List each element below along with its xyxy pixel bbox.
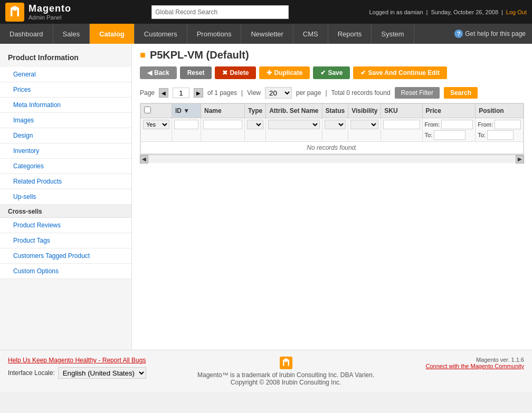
sidebar-item-related-products[interactable]: Related Products [0,174,131,189]
sidebar-item-customers-tagged-product[interactable]: Customers Tagged Product [0,248,131,264]
no-records-row: No records found. [141,142,524,154]
filter-attrib-set-select[interactable] [268,120,319,129]
save-button[interactable]: ✔ Save [313,66,350,79]
sidebar-item-design[interactable]: Design [0,128,131,143]
bug-report-link[interactable]: Help Us Keep Magento Healthy - Report Al… [8,357,146,364]
th-id[interactable]: ID ▼ [172,104,201,118]
th-name[interactable]: Name [201,104,245,118]
footer-magento-icon [280,357,292,369]
sidebar-item-up-sells[interactable]: Up-sells [0,189,131,205]
sidebar-item-images[interactable]: Images [0,113,131,128]
nav-item-customers[interactable]: Customers [135,24,187,44]
svg-rect-0 [5,3,24,22]
duplicate-button[interactable]: ✚ Duplicate [259,66,310,79]
help-icon: ? [454,30,463,38]
th-sku[interactable]: SKU [381,104,422,118]
save-continue-button[interactable]: ✔ Save And Continue Edit [353,66,447,79]
page-title: P5KPL-VM (Default) [150,49,249,61]
footer-center: Magento™ is a trademark of Irubin Consul… [197,357,374,386]
delete-icon: ✖ [222,69,227,76]
filter-id-input[interactable] [174,120,198,129]
filter-type-cell [245,118,266,142]
nav-item-promotions[interactable]: Promotions [187,24,242,44]
delete-label: Delete [230,69,249,76]
footer-version: Magento ver. 1.1.6 [426,357,524,363]
th-price[interactable]: Price [422,104,476,118]
filter-position-from-input[interactable] [495,120,521,129]
nav-item-system[interactable]: System [372,24,414,44]
help-label: Get help for this page [465,30,526,37]
locale-label: Interface Locale: [8,369,55,377]
nav-item-reports[interactable]: Reports [328,24,372,44]
filter-id-cell [172,118,201,142]
help-link[interactable]: ? Get help for this page [448,24,532,44]
filter-status-select[interactable] [325,120,346,129]
filter-price-from-input[interactable] [441,120,473,129]
header: Magento Admin Panel Logged in as damian … [0,0,532,24]
th-checkbox [141,104,172,118]
nav-item-dashboard[interactable]: Dashboard [0,24,53,44]
save-icon: ✔ [320,69,326,76]
sidebar-item-prices[interactable]: Prices [0,82,131,98]
th-status[interactable]: Status [322,104,348,118]
nav-item-newsletter[interactable]: Newsletter [241,24,293,44]
sidebar-item-meta-information[interactable]: Meta Information [0,98,131,113]
filter-attrib-set-cell [266,118,322,142]
prev-page-button[interactable]: ◀ [159,88,168,98]
magento-logo-icon [5,3,24,22]
community-link[interactable]: Connect with the Magento Community [426,363,524,369]
th-visibility[interactable]: Visibility [348,104,381,118]
toolbar: ◀ Back Reset ✖ Delete ✚ Duplicate ✔ Save… [140,66,524,79]
global-search-input[interactable] [151,5,289,19]
filter-name-cell [201,118,245,142]
sidebar-item-categories[interactable]: Categories [0,159,131,174]
nav-item-catalog[interactable]: Catalog [90,24,135,44]
no-records-message: No records found. [141,142,524,154]
filter-visibility-select[interactable] [350,120,378,129]
logo-text-area: Magento Admin Panel [28,3,71,21]
nav-item-sales[interactable]: Sales [53,24,90,44]
per-page-select[interactable]: 20 50 100 [265,87,292,99]
sidebar-item-general[interactable]: General [0,67,131,82]
page-number-input[interactable] [173,88,189,98]
reset-button[interactable]: Reset [180,66,212,79]
filter-sku-input[interactable] [383,120,420,129]
sidebar-item-inventory[interactable]: Inventory [0,143,131,159]
search-grid-button[interactable]: Search [444,87,478,99]
th-position[interactable]: Position [476,104,524,118]
back-button[interactable]: ◀ Back [140,66,177,79]
select-all-checkbox[interactable] [144,107,151,113]
back-icon: ◀ [147,69,152,76]
scroll-left-arrow[interactable]: ◀ [140,155,148,164]
filter-type-select[interactable] [247,120,263,129]
sidebar-item-custom-options[interactable]: Custom Options [0,264,131,279]
filter-price-to-input[interactable] [434,130,466,140]
logo-brand: Magento [28,3,71,14]
data-table-container: ID ▼ Name Type Attrib. Set Name Status V… [140,103,524,155]
nav-item-cms[interactable]: CMS [293,24,328,44]
main-navigation: Dashboard Sales Catalog Customers Promot… [0,24,532,44]
footer-right: Magento ver. 1.1.6 Connect with the Mage… [426,357,524,369]
sidebar-item-product-reviews[interactable]: Product Reviews [0,218,131,233]
next-page-button[interactable]: ▶ [194,88,203,98]
th-attrib-set-name[interactable]: Attrib. Set Name [266,104,322,118]
filter-price-cell: From: To: [422,118,476,142]
table-filter-row: Yes No [141,118,524,142]
scroll-right-arrow[interactable]: ▶ [516,155,524,164]
filter-checkbox-select[interactable]: Yes No [143,120,169,129]
th-type[interactable]: Type [245,104,266,118]
total-records-label: Total 0 records found [331,89,391,97]
reset-filter-button[interactable]: Reset Filter [395,87,440,99]
sidebar-item-product-tags[interactable]: Product Tags [0,233,131,248]
filter-position-to-input[interactable] [487,130,514,140]
data-table: ID ▼ Name Type Attrib. Set Name Status V… [140,103,524,154]
view-label: View [247,89,261,97]
table-header-row: ID ▼ Name Type Attrib. Set Name Status V… [141,104,524,118]
sidebar-section-cross-sells: Cross-sells [0,205,131,218]
delete-button[interactable]: ✖ Delete [215,66,256,79]
filter-name-input[interactable] [203,120,242,129]
logout-link[interactable]: Log Out [506,9,527,15]
locale-select[interactable]: English (United States) [58,367,146,379]
horizontal-scrollbar[interactable]: ◀ ▶ [140,155,524,163]
page-label: Page [140,89,155,97]
